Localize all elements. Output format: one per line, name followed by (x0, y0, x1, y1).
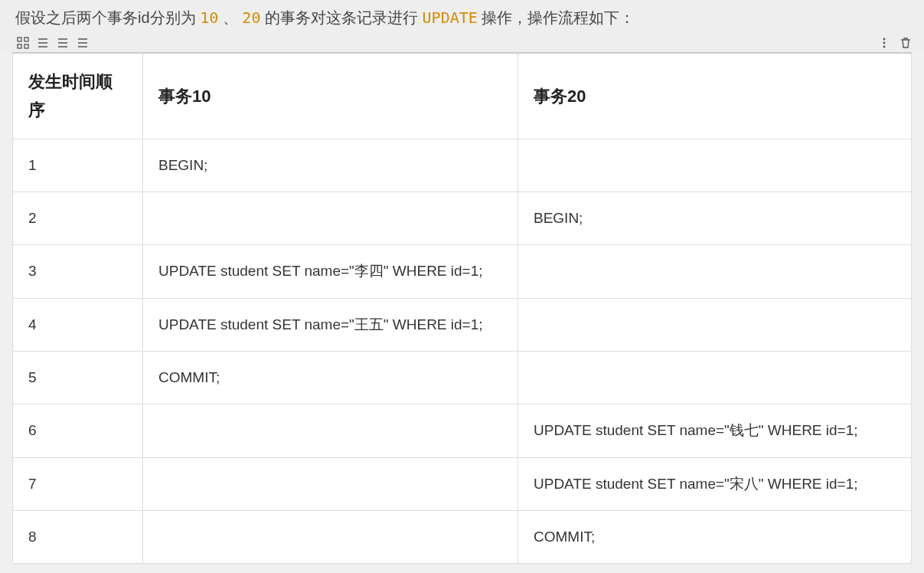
col-header-sequence: 发生时间顺序 (13, 53, 143, 139)
cell-tx20[interactable] (518, 139, 912, 192)
cell-seq[interactable]: 1 (13, 139, 143, 192)
cell-tx20[interactable] (518, 351, 912, 404)
trash-icon[interactable] (900, 37, 912, 49)
cell-seq[interactable]: 7 (13, 457, 143, 510)
table-row[interactable]: 2 BEGIN; (13, 192, 912, 245)
col-header-tx20: 事务20 (518, 53, 912, 139)
cell-tx10[interactable] (143, 404, 518, 457)
cell-tx20[interactable]: UPDATE student SET name="钱七" WHERE id=1; (518, 404, 912, 457)
cell-seq[interactable]: 3 (13, 245, 143, 298)
svg-point-14 (883, 42, 886, 44)
cell-seq[interactable]: 8 (13, 510, 143, 563)
table-toolbar (0, 35, 924, 52)
cell-seq[interactable]: 4 (13, 298, 143, 351)
grid-icon[interactable] (17, 37, 29, 49)
cell-tx10[interactable]: UPDATE student SET name="王五" WHERE id=1; (143, 298, 518, 351)
table-row[interactable]: 6 UPDATE student SET name="钱七" WHERE id=… (13, 404, 912, 457)
svg-rect-1 (24, 38, 28, 41)
svg-point-15 (883, 46, 886, 48)
cell-tx20[interactable] (518, 245, 912, 298)
table-row[interactable]: 4 UPDATE student SET name="王五" WHERE id=… (13, 298, 912, 351)
cell-seq[interactable]: 2 (13, 192, 143, 245)
cell-seq[interactable]: 5 (13, 351, 143, 404)
table-header-row: 发生时间顺序 事务10 事务20 (13, 53, 912, 139)
cell-tx10[interactable]: UPDATE student SET name="李四" WHERE id=1; (143, 245, 518, 298)
col-header-tx10: 事务10 (143, 53, 518, 139)
cell-tx10[interactable] (143, 510, 518, 563)
cell-seq[interactable]: 6 (13, 404, 143, 457)
table-row[interactable]: 1 BEGIN; (13, 139, 912, 192)
intro-text-3: 操作，操作流程如下： (478, 9, 635, 26)
intro-sep-1: 、 (218, 9, 242, 26)
list-icon[interactable] (37, 37, 49, 49)
svg-rect-0 (18, 38, 21, 41)
table-row[interactable]: 3 UPDATE student SET name="李四" WHERE id=… (13, 245, 912, 298)
intro-keyword-update: UPDATE (423, 8, 478, 27)
cell-tx10[interactable]: BEGIN; (143, 139, 518, 192)
lines-icon[interactable] (57, 37, 69, 49)
svg-rect-2 (18, 44, 21, 48)
intro-sentence: 假设之后两个事务id分别为 10 、 20 的事务对这条记录进行 UPDATE … (0, 0, 924, 35)
intro-text-2: 的事务对这条记录进行 (260, 9, 422, 26)
svg-point-13 (883, 38, 886, 41)
cell-tx20[interactable]: COMMIT; (518, 510, 912, 563)
cell-tx10[interactable] (143, 457, 518, 510)
toolbar-left (17, 37, 89, 49)
lines2-icon[interactable] (77, 37, 89, 49)
intro-text-1: 假设之后两个事务id分别为 (15, 9, 200, 26)
cell-tx20[interactable]: UPDATE student SET name="宋八" WHERE id=1; (518, 457, 912, 510)
table-row[interactable]: 5 COMMIT; (13, 351, 912, 404)
cell-tx20[interactable] (518, 298, 912, 351)
cell-tx20[interactable]: BEGIN; (518, 192, 912, 245)
cell-tx10[interactable] (143, 192, 518, 245)
transactions-table[interactable]: 发生时间顺序 事务10 事务20 1 BEGIN; 2 BEGIN; 3 UPD… (12, 52, 912, 564)
svg-rect-3 (24, 44, 28, 48)
table-row[interactable]: 8 COMMIT; (13, 510, 912, 563)
more-icon[interactable] (878, 37, 890, 49)
table-row[interactable]: 7 UPDATE student SET name="宋八" WHERE id=… (13, 457, 912, 510)
intro-num-10: 10 (200, 8, 218, 27)
toolbar-right (878, 37, 912, 49)
cell-tx10[interactable]: COMMIT; (143, 351, 518, 404)
intro-num-20: 20 (242, 8, 260, 27)
